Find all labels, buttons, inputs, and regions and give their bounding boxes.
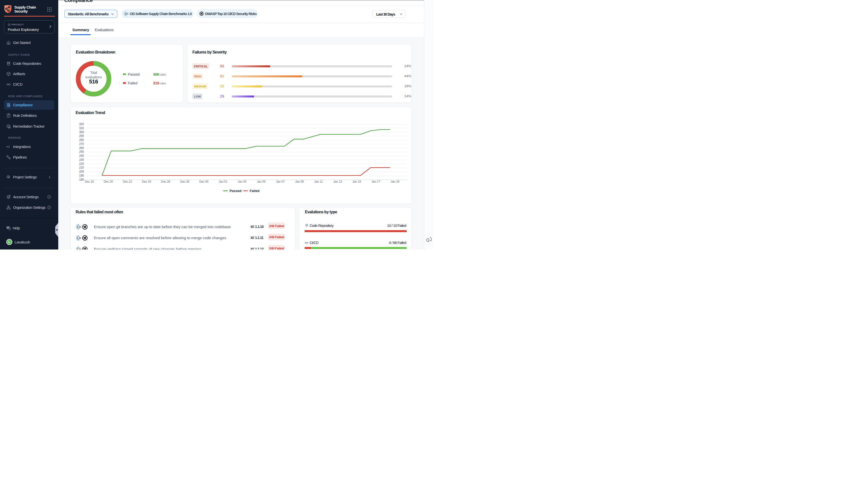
- svg-text:CIS: CIS: [125, 13, 128, 15]
- svg-text:?: ?: [7, 227, 9, 229]
- svg-text:CIS: CIS: [77, 248, 81, 250]
- svg-text:CIS: CIS: [77, 226, 81, 228]
- svg-text:CIS: CIS: [77, 237, 81, 240]
